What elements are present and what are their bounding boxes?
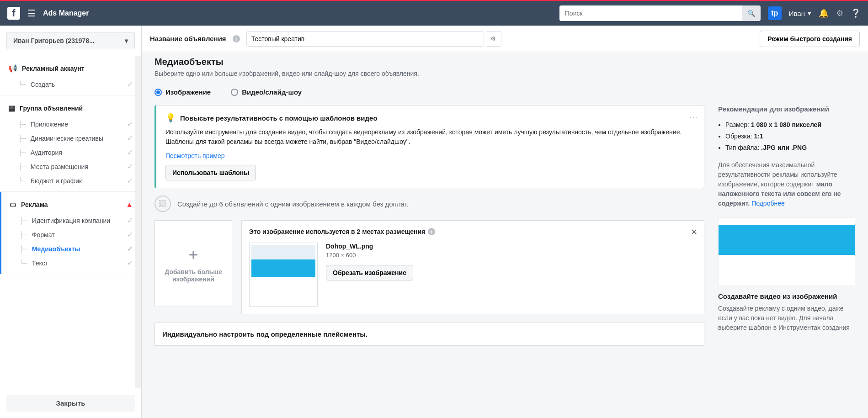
gear-icon[interactable]: ⚙: [836, 8, 843, 18]
search-button[interactable]: 🔍: [742, 5, 761, 21]
help-icon[interactable]: ❔: [851, 8, 861, 18]
top-bar: f ☰ Ads Manager 🔍 tp Иван ▾ 🔔 ⚙ ❔: [0, 0, 868, 26]
app-title: Ads Manager: [43, 9, 89, 17]
search-input[interactable]: [559, 5, 742, 21]
chevron-down-icon: ▾: [808, 9, 811, 17]
hamburger-icon[interactable]: ☰: [27, 8, 36, 19]
travelpayouts-badge-icon[interactable]: tp: [768, 6, 782, 20]
facebook-logo-icon[interactable]: f: [7, 7, 20, 20]
search-icon: 🔍: [747, 10, 755, 17]
bell-icon[interactable]: 🔔: [819, 8, 829, 18]
user-menu[interactable]: Иван ▾: [789, 9, 811, 17]
search-box: 🔍: [559, 5, 761, 21]
